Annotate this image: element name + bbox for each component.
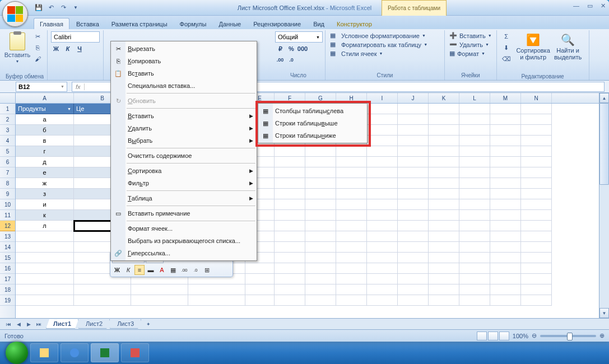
submenu-item[interactable]: ▦Строки таблицы выше [258, 117, 367, 129]
format-cells-button[interactable]: ▦Формат ▼ [448, 49, 493, 58]
cell[interactable] [305, 157, 336, 167]
cell[interactable] [367, 274, 398, 284]
cell[interactable] [429, 274, 459, 284]
bold-button[interactable]: Ж [51, 44, 61, 54]
row-header[interactable]: 7 [0, 167, 15, 178]
cell[interactable] [429, 284, 459, 295]
cell[interactable] [429, 242, 459, 253]
cell[interactable] [245, 263, 275, 274]
increase-decimal-icon[interactable]: .00 [275, 55, 285, 65]
cell[interactable] [429, 146, 459, 157]
undo-icon[interactable]: ↶ [46, 3, 56, 13]
menu-item[interactable]: Удалить▶ [111, 122, 257, 134]
scroll-down-icon[interactable]: ▼ [599, 308, 609, 318]
row-header[interactable]: 16 [0, 263, 15, 274]
cell[interactable] [490, 146, 521, 157]
col-header[interactable]: F [275, 93, 305, 103]
row-header[interactable]: 9 [0, 189, 15, 199]
cell[interactable] [367, 125, 398, 136]
cell[interactable] [305, 210, 336, 221]
cell[interactable] [275, 295, 305, 306]
cell[interactable] [305, 221, 336, 231]
cell[interactable]: д [16, 157, 74, 167]
cell[interactable] [521, 263, 552, 274]
cell[interactable] [367, 189, 398, 199]
cell[interactable] [367, 221, 398, 231]
taskbar-app-icon[interactable] [121, 343, 149, 362]
sort-filter-button[interactable]: 🔽 Сортировка и фильтр [516, 31, 551, 79]
cell[interactable] [398, 221, 429, 231]
cell[interactable] [367, 167, 398, 178]
cell[interactable] [490, 199, 521, 210]
mini-border-icon[interactable]: ▦ [168, 265, 178, 275]
cell[interactable] [429, 263, 459, 274]
cell[interactable] [429, 167, 459, 178]
col-header[interactable]: H [336, 93, 367, 103]
cell[interactable] [459, 178, 490, 189]
row-header[interactable]: 19 [0, 295, 15, 306]
office-button[interactable] [2, 1, 28, 27]
sheet-tab[interactable]: Лист2 [78, 319, 110, 329]
cell[interactable] [16, 231, 74, 242]
menu-item[interactable]: Выбрать▶ [111, 134, 257, 147]
zoom-slider[interactable] [540, 335, 596, 337]
cell[interactable] [367, 157, 398, 167]
cell[interactable] [490, 104, 521, 114]
cell[interactable] [459, 210, 490, 221]
tab-главная[interactable]: Главная [34, 18, 69, 29]
cell[interactable] [275, 231, 305, 242]
number-format-combo[interactable]: Общий▼ [275, 31, 323, 43]
cell[interactable] [398, 263, 429, 274]
menu-item[interactable]: Таблица▶ [111, 192, 257, 204]
tab-формулы[interactable]: Формулы [174, 18, 212, 29]
menu-item[interactable]: Выбрать из раскрывающегося списка... [111, 235, 257, 247]
row-header[interactable]: 12 [0, 221, 15, 231]
cell[interactable] [490, 189, 521, 199]
cell[interactable] [521, 125, 552, 136]
view-layout-icon[interactable] [488, 332, 498, 340]
cell[interactable] [429, 125, 459, 136]
row-header[interactable]: 2 [0, 114, 15, 125]
cell[interactable] [398, 157, 429, 167]
cell[interactable] [131, 284, 188, 295]
cell[interactable] [521, 114, 552, 125]
cell[interactable] [305, 295, 336, 306]
clear-icon[interactable]: ⌫ [500, 54, 513, 64]
cell[interactable] [367, 231, 398, 242]
cell[interactable] [275, 284, 305, 295]
cell[interactable] [459, 284, 490, 295]
menu-item[interactable]: ▭Вставить примечание [111, 207, 257, 220]
cell[interactable] [398, 199, 429, 210]
cell[interactable] [275, 221, 305, 231]
sheet-tab[interactable]: Лист1 [46, 319, 78, 329]
cell[interactable] [459, 274, 490, 284]
cell[interactable] [16, 295, 74, 306]
cell[interactable] [305, 178, 336, 189]
cell[interactable] [459, 125, 490, 136]
cell[interactable] [459, 167, 490, 178]
cell[interactable]: и [16, 199, 74, 210]
cell[interactable] [336, 231, 367, 242]
comma-icon[interactable]: 000 [297, 44, 308, 54]
start-button[interactable] [6, 342, 28, 364]
cell[interactable] [275, 146, 305, 157]
cell[interactable]: е [16, 167, 74, 178]
mini-center-icon[interactable]: ≡ [134, 265, 145, 275]
menu-item[interactable]: Вставить▶ [111, 110, 257, 122]
cell[interactable] [275, 167, 305, 178]
cell[interactable] [429, 104, 459, 114]
menu-item[interactable]: ⎘Копировать [111, 55, 257, 67]
menu-item[interactable]: Очистить содержимое [111, 150, 257, 162]
cell[interactable] [490, 253, 521, 263]
cell[interactable] [459, 157, 490, 167]
sheet-nav-next-icon[interactable]: ▶ [24, 320, 34, 329]
cell[interactable] [275, 157, 305, 167]
row-header[interactable]: 18 [0, 284, 15, 295]
cell[interactable] [188, 295, 245, 306]
menu-item[interactable]: ✂Вырезать [111, 43, 257, 55]
cell[interactable] [429, 136, 459, 146]
cell[interactable] [305, 189, 336, 199]
cell[interactable] [521, 189, 552, 199]
cell[interactable] [367, 104, 398, 114]
cell[interactable] [16, 263, 74, 274]
